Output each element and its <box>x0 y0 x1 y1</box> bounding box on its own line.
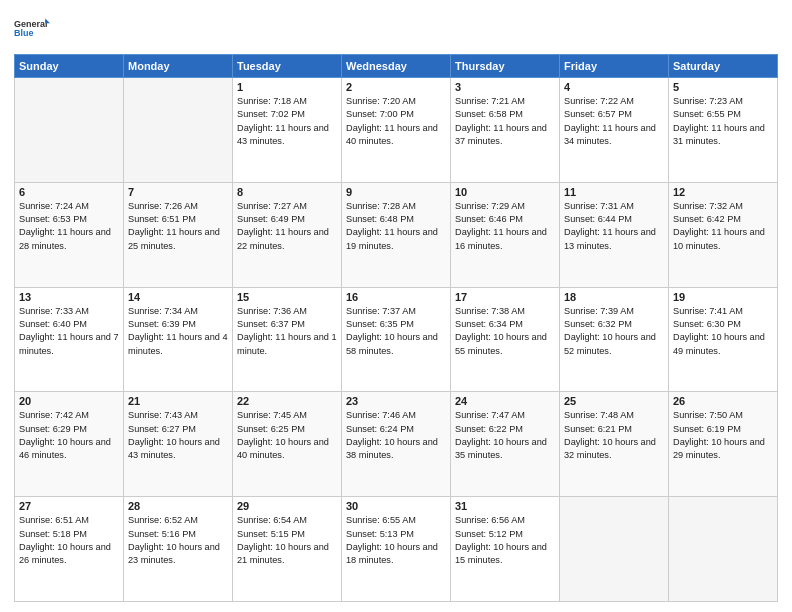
day-number: 18 <box>564 291 664 303</box>
calendar-day-cell: 19Sunrise: 7:41 AMSunset: 6:30 PMDayligh… <box>669 287 778 392</box>
weekday-header: Tuesday <box>233 55 342 78</box>
day-info: Sunrise: 7:43 AMSunset: 6:27 PMDaylight:… <box>128 409 228 462</box>
calendar-week-row: 13Sunrise: 7:33 AMSunset: 6:40 PMDayligh… <box>15 287 778 392</box>
day-number: 11 <box>564 186 664 198</box>
weekday-header: Wednesday <box>342 55 451 78</box>
calendar-day-cell: 8Sunrise: 7:27 AMSunset: 6:49 PMDaylight… <box>233 182 342 287</box>
day-number: 20 <box>19 395 119 407</box>
calendar-day-cell: 25Sunrise: 7:48 AMSunset: 6:21 PMDayligh… <box>560 392 669 497</box>
calendar-week-row: 6Sunrise: 7:24 AMSunset: 6:53 PMDaylight… <box>15 182 778 287</box>
day-info: Sunrise: 6:56 AMSunset: 5:12 PMDaylight:… <box>455 514 555 567</box>
logo-svg: General Blue <box>14 10 50 46</box>
day-info: Sunrise: 7:33 AMSunset: 6:40 PMDaylight:… <box>19 305 119 358</box>
calendar-day-cell: 24Sunrise: 7:47 AMSunset: 6:22 PMDayligh… <box>451 392 560 497</box>
day-number: 24 <box>455 395 555 407</box>
day-number: 28 <box>128 500 228 512</box>
day-info: Sunrise: 7:50 AMSunset: 6:19 PMDaylight:… <box>673 409 773 462</box>
day-number: 4 <box>564 81 664 93</box>
weekday-header: Saturday <box>669 55 778 78</box>
day-info: Sunrise: 7:32 AMSunset: 6:42 PMDaylight:… <box>673 200 773 253</box>
day-info: Sunrise: 7:36 AMSunset: 6:37 PMDaylight:… <box>237 305 337 358</box>
calendar-week-row: 20Sunrise: 7:42 AMSunset: 6:29 PMDayligh… <box>15 392 778 497</box>
svg-text:Blue: Blue <box>14 28 34 38</box>
calendar-day-cell <box>15 78 124 183</box>
day-number: 15 <box>237 291 337 303</box>
day-number: 12 <box>673 186 773 198</box>
calendar-day-cell: 10Sunrise: 7:29 AMSunset: 6:46 PMDayligh… <box>451 182 560 287</box>
calendar-header-row: SundayMondayTuesdayWednesdayThursdayFrid… <box>15 55 778 78</box>
day-info: Sunrise: 7:20 AMSunset: 7:00 PMDaylight:… <box>346 95 446 148</box>
day-number: 30 <box>346 500 446 512</box>
day-number: 14 <box>128 291 228 303</box>
calendar-table: SundayMondayTuesdayWednesdayThursdayFrid… <box>14 54 778 602</box>
calendar-day-cell: 31Sunrise: 6:56 AMSunset: 5:12 PMDayligh… <box>451 497 560 602</box>
calendar-day-cell: 1Sunrise: 7:18 AMSunset: 7:02 PMDaylight… <box>233 78 342 183</box>
day-info: Sunrise: 7:38 AMSunset: 6:34 PMDaylight:… <box>455 305 555 358</box>
day-info: Sunrise: 6:52 AMSunset: 5:16 PMDaylight:… <box>128 514 228 567</box>
day-number: 17 <box>455 291 555 303</box>
calendar-day-cell: 20Sunrise: 7:42 AMSunset: 6:29 PMDayligh… <box>15 392 124 497</box>
day-number: 8 <box>237 186 337 198</box>
calendar-day-cell: 18Sunrise: 7:39 AMSunset: 6:32 PMDayligh… <box>560 287 669 392</box>
calendar-day-cell: 17Sunrise: 7:38 AMSunset: 6:34 PMDayligh… <box>451 287 560 392</box>
day-info: Sunrise: 7:18 AMSunset: 7:02 PMDaylight:… <box>237 95 337 148</box>
day-number: 5 <box>673 81 773 93</box>
calendar-day-cell: 6Sunrise: 7:24 AMSunset: 6:53 PMDaylight… <box>15 182 124 287</box>
day-number: 27 <box>19 500 119 512</box>
day-number: 23 <box>346 395 446 407</box>
day-info: Sunrise: 7:24 AMSunset: 6:53 PMDaylight:… <box>19 200 119 253</box>
day-info: Sunrise: 6:54 AMSunset: 5:15 PMDaylight:… <box>237 514 337 567</box>
calendar-day-cell: 26Sunrise: 7:50 AMSunset: 6:19 PMDayligh… <box>669 392 778 497</box>
calendar-week-row: 27Sunrise: 6:51 AMSunset: 5:18 PMDayligh… <box>15 497 778 602</box>
day-info: Sunrise: 7:31 AMSunset: 6:44 PMDaylight:… <box>564 200 664 253</box>
calendar-day-cell: 3Sunrise: 7:21 AMSunset: 6:58 PMDaylight… <box>451 78 560 183</box>
day-info: Sunrise: 7:26 AMSunset: 6:51 PMDaylight:… <box>128 200 228 253</box>
day-info: Sunrise: 7:34 AMSunset: 6:39 PMDaylight:… <box>128 305 228 358</box>
calendar-day-cell <box>124 78 233 183</box>
day-info: Sunrise: 7:21 AMSunset: 6:58 PMDaylight:… <box>455 95 555 148</box>
calendar-day-cell: 5Sunrise: 7:23 AMSunset: 6:55 PMDaylight… <box>669 78 778 183</box>
calendar-day-cell: 7Sunrise: 7:26 AMSunset: 6:51 PMDaylight… <box>124 182 233 287</box>
day-number: 29 <box>237 500 337 512</box>
calendar-day-cell: 4Sunrise: 7:22 AMSunset: 6:57 PMDaylight… <box>560 78 669 183</box>
day-number: 26 <box>673 395 773 407</box>
day-number: 9 <box>346 186 446 198</box>
day-info: Sunrise: 7:42 AMSunset: 6:29 PMDaylight:… <box>19 409 119 462</box>
day-info: Sunrise: 6:55 AMSunset: 5:13 PMDaylight:… <box>346 514 446 567</box>
weekday-header: Friday <box>560 55 669 78</box>
day-info: Sunrise: 7:29 AMSunset: 6:46 PMDaylight:… <box>455 200 555 253</box>
day-number: 22 <box>237 395 337 407</box>
day-info: Sunrise: 7:39 AMSunset: 6:32 PMDaylight:… <box>564 305 664 358</box>
day-number: 31 <box>455 500 555 512</box>
calendar-day-cell: 14Sunrise: 7:34 AMSunset: 6:39 PMDayligh… <box>124 287 233 392</box>
day-number: 19 <box>673 291 773 303</box>
weekday-header: Monday <box>124 55 233 78</box>
day-info: Sunrise: 6:51 AMSunset: 5:18 PMDaylight:… <box>19 514 119 567</box>
day-number: 3 <box>455 81 555 93</box>
day-info: Sunrise: 7:45 AMSunset: 6:25 PMDaylight:… <box>237 409 337 462</box>
calendar-day-cell: 11Sunrise: 7:31 AMSunset: 6:44 PMDayligh… <box>560 182 669 287</box>
page: General Blue SundayMondayTuesdayWednesda… <box>0 0 792 612</box>
day-info: Sunrise: 7:27 AMSunset: 6:49 PMDaylight:… <box>237 200 337 253</box>
calendar-day-cell: 29Sunrise: 6:54 AMSunset: 5:15 PMDayligh… <box>233 497 342 602</box>
day-number: 10 <box>455 186 555 198</box>
day-info: Sunrise: 7:37 AMSunset: 6:35 PMDaylight:… <box>346 305 446 358</box>
calendar-day-cell: 15Sunrise: 7:36 AMSunset: 6:37 PMDayligh… <box>233 287 342 392</box>
day-info: Sunrise: 7:22 AMSunset: 6:57 PMDaylight:… <box>564 95 664 148</box>
calendar-day-cell <box>669 497 778 602</box>
day-number: 1 <box>237 81 337 93</box>
day-number: 7 <box>128 186 228 198</box>
calendar-day-cell: 13Sunrise: 7:33 AMSunset: 6:40 PMDayligh… <box>15 287 124 392</box>
day-number: 25 <box>564 395 664 407</box>
calendar-day-cell: 27Sunrise: 6:51 AMSunset: 5:18 PMDayligh… <box>15 497 124 602</box>
calendar-week-row: 1Sunrise: 7:18 AMSunset: 7:02 PMDaylight… <box>15 78 778 183</box>
day-info: Sunrise: 7:28 AMSunset: 6:48 PMDaylight:… <box>346 200 446 253</box>
svg-text:General: General <box>14 19 48 29</box>
day-info: Sunrise: 7:47 AMSunset: 6:22 PMDaylight:… <box>455 409 555 462</box>
calendar-day-cell: 30Sunrise: 6:55 AMSunset: 5:13 PMDayligh… <box>342 497 451 602</box>
calendar-day-cell: 9Sunrise: 7:28 AMSunset: 6:48 PMDaylight… <box>342 182 451 287</box>
calendar-day-cell: 21Sunrise: 7:43 AMSunset: 6:27 PMDayligh… <box>124 392 233 497</box>
day-info: Sunrise: 7:46 AMSunset: 6:24 PMDaylight:… <box>346 409 446 462</box>
calendar-day-cell <box>560 497 669 602</box>
day-number: 6 <box>19 186 119 198</box>
